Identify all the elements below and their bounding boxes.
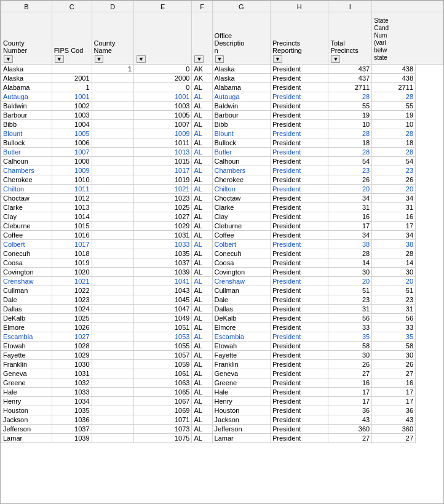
cell-total-precincts: 2711 [372,83,416,92]
col-letter-F: F [192,1,212,12]
cell-total-precincts: 31 [372,305,416,314]
cell-office-desc: President [270,286,328,295]
table-row: Houston10351069ALHoustonPresident3636 [1,406,443,415]
cell-county-name: Geneva [1,369,52,378]
table-row: Alabama10ALAlabamaPresident27112711 [1,83,443,92]
filter-icon-state[interactable]: ▼ [194,55,204,63]
filter-icon-office-desc[interactable]: ▼ [215,55,224,63]
cell-office-desc: President [270,415,328,425]
table-row: Henry10341067ALHenryPresident1717 [1,397,443,406]
cell-county-name-2: 1075 [134,434,192,443]
cell-precincts-reporting: 36 [328,406,372,415]
cell-county-name: Chilton [1,185,52,194]
cell-county-name: Cleburne [1,222,52,231]
cell-county-name-2: 1073 [134,425,192,434]
cell-county-name-2: 1023 [134,194,192,203]
cell-county-name-2: 1041 [134,277,192,286]
cell-state-abbr: AL [192,388,212,397]
cell-county-name: Baldwin [1,102,52,111]
cell-county-name-2: 1063 [134,378,192,388]
table-row: Baldwin10021003ALBaldwinPresident5555 [1,102,443,111]
cell-state-abbr: AL [192,111,212,120]
cell-county-name-2: 1039 [134,268,192,277]
cell-fips-code [92,222,133,231]
cell-precincts-reporting: 18 [328,138,372,148]
cell-fips-code [92,120,133,129]
cell-office-desc: President [270,360,328,369]
cell-fips-code [92,157,133,166]
cell-total-precincts: 26 [372,175,416,185]
cell-county-repeated: Cullman [212,286,270,295]
cell-fips-code [92,138,133,148]
cell-office-desc: President [270,388,328,397]
cell-total-precincts: 55 [372,102,416,111]
cell-county-name: Coffee [1,231,52,240]
filter-icon-total-precincts[interactable]: ▼ [331,55,340,63]
cell-precincts-reporting: 28 [328,249,372,258]
table-row: Colbert10171033ALColbertPresident3838 [1,240,443,249]
cell-county-number: 1008 [52,157,92,166]
cell-county-name: Autauga [1,92,52,102]
table-row: Fayette10291057ALFayettePresident3030 [1,351,443,360]
cell-office-desc: President [270,203,328,212]
cell-fips-code [92,323,133,332]
table-row: Escambia10271053ALEscambiaPresident3535 [1,332,443,342]
cell-county-name: Alabama [1,83,52,92]
cell-county-name-2: 1055 [134,342,192,351]
cell-county-name-2: 1007 [134,120,192,129]
table-row: Geneva10311061ALGenevaPresident2727 [1,369,443,378]
col-letter-H: H [270,1,328,12]
cell-fips-code [92,360,133,369]
filter-icon-county-name[interactable]: ▼ [95,55,104,63]
cell-county-name: Cherokee [1,175,52,185]
cell-county-number: 1015 [52,222,92,231]
table-row: Coffee10161031ALCoffeePresident3434 [1,231,443,240]
table-row: Clay10141027ALClayPresident1616 [1,212,443,222]
cell-state-abbr: AL [192,295,212,305]
cell-total-precincts: 31 [372,203,416,212]
table-row: Elmore10261051ALElmorePresident3333 [1,323,443,332]
filter-icon-fips-code[interactable]: ▼ [55,55,64,63]
cell-county-name: Henry [1,397,52,406]
cell-county-number: 1026 [52,323,92,332]
table-row: Cleburne10151029ALCleburnePresident1717 [1,222,443,231]
filter-icon-empty[interactable]: ▼ [137,55,146,63]
cell-county-number: 1023 [52,295,92,305]
cell-state-abbr: AL [192,83,212,92]
filter-icon-precincts-reporting[interactable]: ▼ [273,55,282,63]
table-row: Butler10071013ALButlerPresident2828 [1,148,443,157]
col-letter-C: C [52,1,92,12]
cell-county-name: Jefferson [1,425,52,434]
cell-office-desc: President [270,222,328,231]
cell-county-number: 1007 [52,148,92,157]
cell-state-abbr: AL [192,203,212,212]
cell-county-repeated: Dale [212,295,270,305]
cell-office-desc: President [270,434,328,443]
cell-state-abbr: AL [192,166,212,175]
cell-state-abbr: AL [192,120,212,129]
cell-fips-code [92,203,133,212]
filter-icon-county-number[interactable]: ▼ [4,55,13,63]
cell-county-name: Franklin [1,360,52,369]
col-header-total-precincts: TotalPrecincts ▼ [328,12,372,65]
cell-county-repeated: Cleburne [212,222,270,231]
cell-precincts-reporting: 28 [328,92,372,102]
col-header-county-name: CountyName ▼ [92,12,133,65]
cell-county-name: Jackson [1,415,52,425]
cell-fips-code [92,194,133,203]
cell-county-number: 1033 [52,388,92,397]
cell-precincts-reporting: 23 [328,166,372,175]
cell-county-name: Dale [1,295,52,305]
cell-state-abbr: AL [192,277,212,286]
cell-county-number: 1020 [52,268,92,277]
cell-precincts-reporting: 14 [328,258,372,268]
cell-county-number: 1017 [52,240,92,249]
col-header-county-number: CountyNumber ▼ [1,12,52,65]
cell-total-precincts: 28 [372,92,416,102]
cell-county-repeated: Bibb [212,120,270,129]
table-row: Calhoun10081015ALCalhounPresident5454 [1,157,443,166]
cell-county-name-2: 1057 [134,351,192,360]
cell-office-desc: President [270,65,328,74]
cell-county-repeated: Dallas [212,305,270,314]
cell-county-name-2: 1033 [134,240,192,249]
